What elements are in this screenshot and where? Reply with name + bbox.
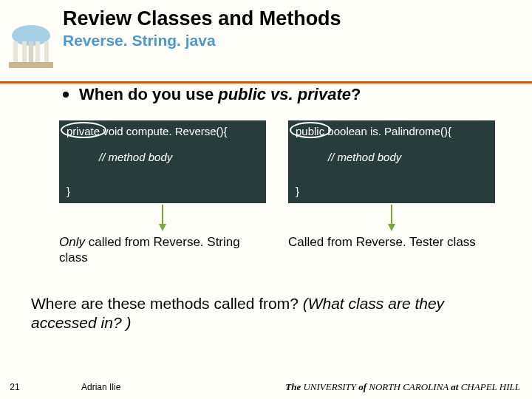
bullet-item: When do you use public vs. private? bbox=[63, 85, 532, 104]
uni-mid2: NORTH CAROLINA bbox=[366, 381, 451, 392]
author-name: Adrian Ilie bbox=[81, 382, 120, 392]
left-caption-italic: Only bbox=[59, 235, 85, 249]
divider bbox=[0, 81, 532, 83]
logo-icon bbox=[4, 19, 58, 72]
left-caption: Only called from Reverse. String class bbox=[59, 234, 266, 266]
left-signature: private void compute. Reverse(){ bbox=[66, 125, 259, 137]
right-signature: public boolean is. Palindrome(){ bbox=[296, 125, 488, 137]
svg-rect-6 bbox=[29, 41, 33, 62]
bullet-suffix: ? bbox=[351, 85, 361, 103]
arrow-down-icon bbox=[162, 205, 163, 230]
svg-rect-4 bbox=[35, 41, 40, 62]
page-subtitle: Reverse. String. java bbox=[63, 32, 532, 50]
bullet-italic: public vs. private bbox=[218, 85, 351, 103]
university-name: The UNIVERSITY of NORTH CAROLINA at CHAP… bbox=[285, 381, 520, 393]
header: Review Classes and Methods Reverse. Stri… bbox=[0, 0, 532, 50]
question-plain: Where are these methods called from? bbox=[31, 295, 303, 312]
arrow-wrap bbox=[59, 203, 266, 234]
bullet-dot-icon bbox=[63, 92, 69, 98]
left-caption-rest: called from Reverse. String class bbox=[59, 235, 240, 265]
footer: 21 Adrian Ilie The UNIVERSITY of NORTH C… bbox=[0, 381, 532, 393]
bullet-text: When do you use public vs. private? bbox=[79, 85, 361, 104]
right-column: public boolean is. Palindrome(){ // meth… bbox=[288, 120, 495, 266]
code-columns: private void compute. Reverse(){ // meth… bbox=[59, 120, 532, 266]
left-codebox: private void compute. Reverse(){ // meth… bbox=[59, 120, 266, 203]
right-brace: } bbox=[296, 185, 299, 197]
svg-rect-3 bbox=[22, 41, 27, 62]
arrow-down-icon bbox=[391, 205, 392, 230]
left-column: private void compute. Reverse(){ // meth… bbox=[59, 120, 266, 266]
arrow-wrap bbox=[288, 203, 495, 234]
uni-of: of bbox=[358, 381, 366, 392]
left-brace: } bbox=[66, 185, 70, 197]
right-caption: Called from Reverse. Tester class bbox=[288, 234, 495, 250]
uni-the: The bbox=[285, 381, 301, 392]
page-number: 21 bbox=[0, 382, 30, 392]
right-codebox: public boolean is. Palindrome(){ // meth… bbox=[288, 120, 495, 203]
question-text: Where are these methods called from? (Wh… bbox=[31, 294, 489, 333]
bullet-prefix: When do you use bbox=[79, 85, 218, 103]
svg-rect-5 bbox=[44, 41, 49, 62]
uni-mid1: UNIVERSITY bbox=[301, 381, 358, 392]
right-body: // method body bbox=[328, 151, 488, 163]
left-body: // method body bbox=[99, 151, 259, 163]
uni-end: CHAPEL HILL bbox=[458, 381, 520, 392]
svg-rect-0 bbox=[9, 62, 53, 68]
svg-rect-2 bbox=[13, 41, 18, 62]
uni-at: at bbox=[451, 381, 458, 392]
page-title: Review Classes and Methods bbox=[63, 7, 532, 30]
